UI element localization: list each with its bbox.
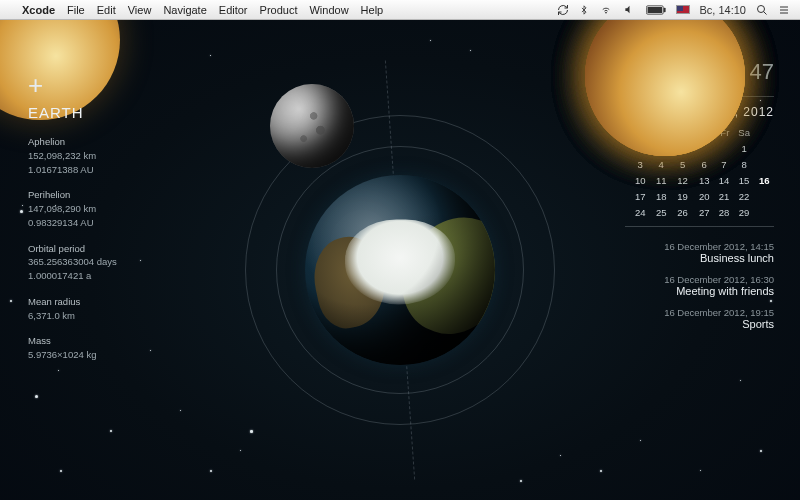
menubar-app-name[interactable]: Xcode xyxy=(22,4,55,16)
event-datetime: 16 December 2012, 19:15 xyxy=(625,307,774,318)
calendar-day[interactable]: 14 xyxy=(714,172,734,188)
battery-icon[interactable] xyxy=(646,5,666,15)
fact-aphelion: Aphelion152,098,232 km1.01671388 AU xyxy=(28,135,117,176)
calendar-day[interactable]: 27 xyxy=(694,204,714,220)
event-item[interactable]: 16 December 2012, 14:15Business lunch xyxy=(625,241,774,264)
bluetooth-icon[interactable] xyxy=(579,4,589,16)
fact-value: 365.256363004 days xyxy=(28,255,117,269)
calendar-day[interactable]: 7 xyxy=(714,156,734,172)
star-icon xyxy=(250,430,253,433)
star-icon xyxy=(470,50,471,51)
divider xyxy=(625,226,774,227)
calendar-day[interactable]: 24 xyxy=(629,204,651,220)
fact-orbital-period: Orbital period365.256363004 days1.000017… xyxy=(28,242,117,283)
menu-help[interactable]: Help xyxy=(361,4,384,16)
wifi-icon[interactable] xyxy=(599,4,613,15)
calendar-day[interactable]: 19 xyxy=(671,188,694,204)
menu-edit[interactable]: Edit xyxy=(97,4,116,16)
calendar-day[interactable]: 28 xyxy=(714,204,734,220)
svg-line-5 xyxy=(764,11,767,14)
calendar-day[interactable]: 26 xyxy=(671,204,694,220)
calendar-day[interactable]: 11 xyxy=(651,172,671,188)
star-icon xyxy=(210,470,212,472)
star-icon xyxy=(140,260,141,261)
calendar-day[interactable]: 17 xyxy=(629,188,651,204)
menu-editor[interactable]: Editor xyxy=(219,4,248,16)
event-datetime: 16 December 2012, 14:15 xyxy=(625,241,774,252)
event-title: Sports xyxy=(625,318,774,330)
star-icon xyxy=(600,470,602,472)
event-item[interactable]: 16 December 2012, 16:30Meeting with frie… xyxy=(625,274,774,297)
calendar-day xyxy=(714,140,734,156)
calendar-day[interactable]: 5 xyxy=(671,156,694,172)
fact-value: 1.01671388 AU xyxy=(28,163,117,177)
add-icon[interactable]: + xyxy=(28,72,43,98)
calendar-day[interactable]: 4 xyxy=(651,156,671,172)
menu-view[interactable]: View xyxy=(128,4,152,16)
star-icon xyxy=(560,455,561,456)
calendar-day[interactable]: 1 xyxy=(734,140,755,156)
volume-icon[interactable] xyxy=(623,4,636,15)
star-icon xyxy=(35,395,38,398)
sync-icon[interactable] xyxy=(557,4,569,16)
calendar-day[interactable]: 13 xyxy=(694,172,714,188)
fact-label: Aphelion xyxy=(28,135,117,149)
event-item[interactable]: 16 December 2012, 19:15Sports xyxy=(625,307,774,330)
calendar-day[interactable]: 21 xyxy=(714,188,734,204)
fact-perihelion: Perihelion147,098,290 km0.98329134 AU xyxy=(28,188,117,229)
events-list: 16 December 2012, 14:15Business lunch16 … xyxy=(625,241,774,330)
fact-value: 152,098,232 km xyxy=(28,149,117,163)
star-icon xyxy=(430,40,431,41)
fact-value: 0.98329134 AU xyxy=(28,216,117,230)
svg-rect-2 xyxy=(647,6,662,12)
fact-mass: Mass5.9736×1024 kg xyxy=(28,334,117,362)
calendar-day[interactable]: 20 xyxy=(694,188,714,204)
menu-navigate[interactable]: Navigate xyxy=(163,4,206,16)
planet-name: EARTH xyxy=(28,104,117,121)
menubar-status-area: Bc, 14:10 xyxy=(557,4,800,16)
star-icon xyxy=(20,210,23,213)
notification-center-icon[interactable] xyxy=(778,4,790,16)
fact-label: Orbital period xyxy=(28,242,117,256)
fact-label: Mean radius xyxy=(28,295,117,309)
star-icon xyxy=(180,410,181,411)
calendar-day[interactable]: 22 xyxy=(734,188,755,204)
fact-value: 147,098,290 km xyxy=(28,202,117,216)
star-icon xyxy=(110,430,112,432)
star-icon xyxy=(22,205,23,206)
calendar-day[interactable]: 8 xyxy=(734,156,755,172)
fact-label: Perihelion xyxy=(28,188,117,202)
calendar-day[interactable]: 12 xyxy=(671,172,694,188)
menu-file[interactable]: File xyxy=(67,4,85,16)
calendar-day[interactable]: 25 xyxy=(651,204,671,220)
menu-window[interactable]: Window xyxy=(309,4,348,16)
clock-seconds: 47 xyxy=(750,59,774,84)
calendar-day[interactable]: 18 xyxy=(651,188,671,204)
menu-product[interactable]: Product xyxy=(260,4,298,16)
calendar-day[interactable]: 6 xyxy=(694,156,714,172)
star-icon xyxy=(210,55,211,56)
calendar-day[interactable]: 15 xyxy=(734,172,755,188)
calendar-day[interactable]: 3 xyxy=(629,156,651,172)
spotlight-icon[interactable] xyxy=(756,4,768,16)
star-icon xyxy=(520,480,522,482)
macos-menubar: Xcode FileEditViewNavigateEditorProductW… xyxy=(0,0,800,20)
star-icon xyxy=(760,450,762,452)
fact-value: 1.000017421 a xyxy=(28,269,117,283)
star-icon xyxy=(240,450,241,451)
earth-body[interactable] xyxy=(305,175,495,365)
calendar-day[interactable]: 29 xyxy=(734,204,755,220)
menubar-clock[interactable]: Bc, 14:10 xyxy=(700,4,746,16)
calendar-day[interactable]: 10 xyxy=(629,172,651,188)
moon-body[interactable] xyxy=(270,84,354,168)
calendar-day[interactable]: 16 xyxy=(754,172,774,188)
input-source-flag-icon[interactable] xyxy=(676,5,690,14)
event-title: Meeting with friends xyxy=(625,285,774,297)
event-title: Business lunch xyxy=(625,252,774,264)
star-icon xyxy=(60,470,62,472)
calendar-day[interactable]: 30 xyxy=(585,0,745,156)
star-icon xyxy=(150,350,151,351)
star-icon xyxy=(640,440,641,441)
calendar-dow: Sa xyxy=(734,125,755,140)
clock-calendar-panel: 14:1047 DECEMBER, 2012 MoTuWeThFrSaSu 12… xyxy=(625,36,774,340)
